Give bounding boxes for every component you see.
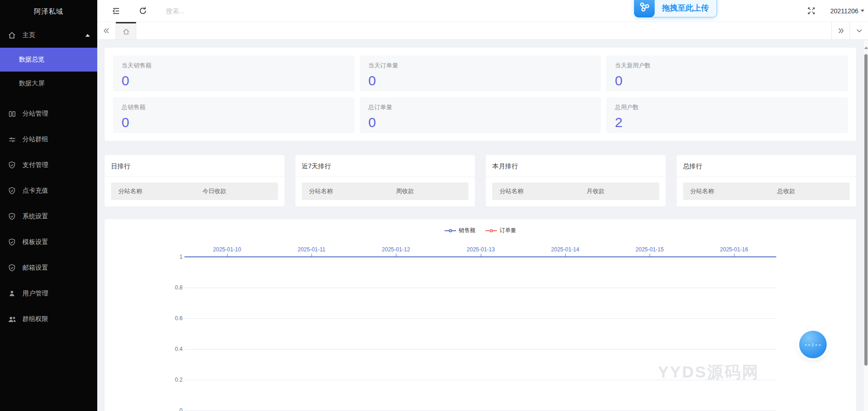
stat-label: 当天新用户数 bbox=[615, 61, 839, 70]
legend-item-orders[interactable]: 订单量 bbox=[485, 227, 516, 234]
sidebar-item-card-recharge[interactable]: 点卡充值 bbox=[0, 178, 97, 204]
sidebar-item-payment-manage[interactable]: 支付管理 bbox=[0, 152, 97, 178]
rank-title: 日排行 bbox=[105, 155, 284, 177]
stat-value: 2 bbox=[615, 115, 839, 130]
x-tick-label: 2025-01-13 bbox=[460, 246, 501, 253]
drag-upload-widget[interactable]: 拖拽至此上传 bbox=[634, 0, 717, 17]
watermark: YYDS源码网 bbox=[658, 361, 759, 383]
stat-card-total-orders: 总订单量 0 bbox=[360, 97, 601, 133]
rank-card-week: 近7天排行 分站名称 周收款 bbox=[295, 155, 475, 206]
shield-check-icon bbox=[7, 238, 17, 247]
stat-card-today-orders: 当天订单量 0 bbox=[360, 56, 601, 91]
stat-value: 0 bbox=[122, 73, 346, 89]
tabbar-right bbox=[831, 22, 868, 39]
y-tick-label: 0 bbox=[146, 406, 183, 411]
grid-line bbox=[184, 318, 776, 319]
clock-float-button[interactable]: --:-- bbox=[799, 331, 827, 358]
rank-col-site-name: 分站名称 bbox=[111, 187, 181, 195]
sidebar-item-data-screen[interactable]: 数据大屏 bbox=[0, 72, 97, 95]
sales-orders-chart: 销售额 订单量 2025-01-10 2025-01-11 2025-01-12… bbox=[105, 219, 856, 411]
rank-col-site-name: 分站名称 bbox=[683, 187, 753, 195]
search-input[interactable] bbox=[166, 7, 267, 15]
rank-col-site-name: 分站名称 bbox=[302, 187, 372, 195]
legend-item-sales[interactable]: 销售额 bbox=[445, 227, 475, 234]
sidebar-item-user-manage[interactable]: 用户管理 bbox=[0, 281, 97, 306]
sliders-icon bbox=[7, 135, 17, 144]
sidebar-item-label: 用户管理 bbox=[22, 289, 48, 298]
sidebar-item-data-overview[interactable]: 数据总览 bbox=[0, 48, 97, 72]
sidebar-fold-icon[interactable] bbox=[111, 6, 121, 16]
stat-card-total-sales: 总销售额 0 bbox=[113, 97, 355, 133]
rank-col-amount: 总收款 bbox=[753, 187, 819, 195]
line-marker-icon bbox=[445, 230, 456, 231]
home-icon bbox=[7, 31, 17, 40]
stat-card-today-sales: 当天销售额 0 bbox=[113, 56, 355, 91]
x-tick-label: 2025-01-16 bbox=[713, 246, 755, 253]
y-tick-label: 0.8 bbox=[146, 283, 183, 292]
caret-down-icon bbox=[861, 10, 864, 12]
grid-line bbox=[184, 288, 776, 288]
rank-table-header: 分站名称 总收款 bbox=[683, 183, 850, 200]
sidebar-item-system-settings[interactable]: 系统设置 bbox=[0, 204, 97, 229]
rank-col-amount: 月收款 bbox=[562, 187, 629, 195]
line-marker-icon bbox=[485, 230, 497, 231]
sidebar-item-label: 系统设置 bbox=[22, 212, 48, 221]
tabs-scroll-left-icon[interactable] bbox=[97, 22, 116, 39]
x-tick-label: 2025-01-14 bbox=[545, 246, 586, 253]
scrollbar-thumb[interactable] bbox=[864, 54, 868, 366]
sidebar-item-substation-manage[interactable]: 分站管理 bbox=[0, 101, 97, 127]
stat-card-total-users: 总用户数 2 bbox=[606, 97, 848, 133]
rank-title: 本月排行 bbox=[486, 155, 666, 177]
y-tick-label: 0.4 bbox=[146, 345, 183, 353]
sidebar-item-label: 群组权限 bbox=[22, 315, 48, 323]
rank-card-daily: 日排行 分站名称 今日收款 bbox=[105, 155, 284, 206]
tabs-menu-icon[interactable] bbox=[850, 22, 868, 39]
tabs-scroll-right-icon[interactable] bbox=[831, 22, 850, 39]
app-title: 阿泽私域 bbox=[0, 0, 97, 23]
stat-value: 0 bbox=[122, 115, 346, 130]
sidebar-item-template-settings[interactable]: 模板设置 bbox=[0, 229, 97, 255]
share-nodes-icon bbox=[634, 0, 655, 17]
rank-card-total: 总排行 分站名称 总收款 bbox=[677, 155, 857, 206]
main-area: 20211206 当天销售额 0 bbox=[97, 0, 868, 411]
refresh-icon[interactable] bbox=[138, 6, 148, 16]
shield-check-icon bbox=[7, 161, 17, 170]
sidebar-item-mail-settings[interactable]: 邮箱设置 bbox=[0, 255, 97, 281]
stat-label: 总订单量 bbox=[368, 103, 593, 111]
submenu-label: 数据大屏 bbox=[19, 79, 45, 88]
sidebar-item-label: 分站管理 bbox=[22, 110, 48, 118]
y-tick-label: 0.2 bbox=[146, 376, 183, 384]
columns-icon bbox=[7, 109, 17, 118]
grid-line bbox=[184, 349, 776, 350]
submenu-label: 数据总览 bbox=[19, 56, 45, 64]
user-icon bbox=[7, 289, 17, 298]
sidebar-item-group-permission[interactable]: 群组权限 bbox=[0, 306, 97, 332]
legend-label: 销售额 bbox=[459, 227, 475, 234]
stat-value: 0 bbox=[368, 73, 593, 89]
x-tick-label: 2025-01-15 bbox=[629, 246, 670, 253]
fullscreen-icon[interactable] bbox=[807, 6, 817, 16]
drag-upload-label: 拖拽至此上传 bbox=[654, 0, 717, 17]
date-dropdown[interactable]: 20211206 bbox=[830, 7, 865, 15]
sidebar-item-label: 支付管理 bbox=[22, 161, 48, 169]
sidebar-item-home[interactable]: 主页 bbox=[0, 23, 97, 48]
sidebar-item-label: 主页 bbox=[22, 31, 35, 39]
rank-title: 近7天排行 bbox=[295, 155, 475, 177]
content: 当天销售额 0 当天订单量 0 当天新用户数 0 总销售额 0 总订单量 0 bbox=[97, 40, 868, 411]
topbar-right: 20211206 bbox=[807, 6, 865, 16]
tab-home[interactable] bbox=[116, 22, 136, 39]
sidebar-item-substation-group[interactable]: 分站群组 bbox=[0, 127, 97, 152]
scroll-up-arrow-icon[interactable] bbox=[864, 46, 868, 49]
rank-title: 总排行 bbox=[677, 155, 857, 177]
topbar: 20211206 bbox=[97, 0, 868, 22]
rank-col-amount: 今日收款 bbox=[181, 187, 248, 195]
sidebar-item-label: 分站群组 bbox=[22, 135, 48, 144]
stat-value: 0 bbox=[368, 115, 593, 130]
date-value: 20211206 bbox=[830, 7, 858, 15]
scrollbar-track[interactable] bbox=[864, 40, 868, 411]
chart-legend: 销售额 订单量 bbox=[105, 227, 856, 234]
x-axis-line bbox=[184, 256, 776, 257]
sidebar-item-label: 邮箱设置 bbox=[22, 264, 48, 272]
clock-value: --:-- bbox=[804, 342, 822, 348]
rankings: 日排行 分站名称 今日收款 近7天排行 分站名称 周收款 本月排行 分站名称 月… bbox=[105, 155, 856, 206]
